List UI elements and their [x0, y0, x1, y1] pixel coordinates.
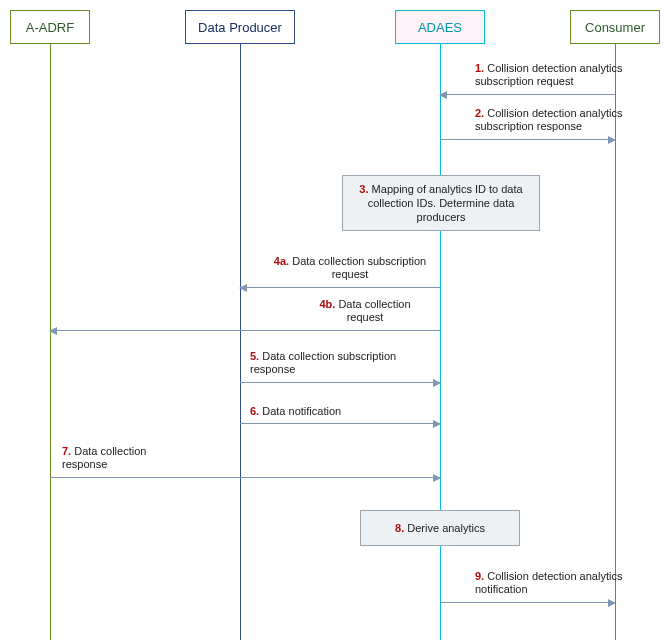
arrow-right-icon	[608, 599, 616, 607]
arrow-right-icon	[433, 420, 441, 428]
lifeline-a-adrf	[50, 44, 51, 640]
actor-a-adrf: A-ADRF	[10, 10, 90, 44]
note-3: 3. Mapping of analytics ID to data colle…	[342, 175, 540, 231]
arrow-left-icon	[49, 327, 57, 335]
actor-data-producer: Data Producer	[185, 10, 295, 44]
actor-adaes-label: ADAES	[418, 20, 462, 35]
msg-6-arrow	[240, 423, 440, 425]
msg-6-label: 6. Data notification	[250, 405, 341, 418]
msg-1-arrow	[440, 94, 615, 96]
msg-4a-arrow	[240, 287, 440, 289]
actor-data-producer-label: Data Producer	[198, 20, 282, 35]
msg-9-arrow	[440, 602, 615, 604]
msg-4b-arrow	[50, 330, 440, 332]
actor-consumer: Consumer	[570, 10, 660, 44]
msg-5-arrow	[240, 382, 440, 384]
lifeline-consumer	[615, 44, 616, 640]
actor-adaes: ADAES	[395, 10, 485, 44]
msg-2-label: 2. Collision detection analytics subscri…	[475, 107, 640, 133]
msg-9-label: 9. Collision detection analytics notific…	[475, 570, 635, 596]
msg-1-label: 1. Collision detection analytics subscri…	[475, 62, 635, 88]
msg-5-label: 5. Data collection subscription response	[250, 350, 430, 376]
arrow-right-icon	[433, 474, 441, 482]
arrow-right-icon	[608, 136, 616, 144]
msg-2-arrow	[440, 139, 615, 141]
arrow-right-icon	[433, 379, 441, 387]
arrow-left-icon	[239, 284, 247, 292]
sequence-diagram: A-ADRF Data Producer ADAES Consumer 1. C…	[0, 0, 664, 640]
msg-4b-label: 4b. Data collection request	[300, 298, 430, 324]
msg-7-arrow	[50, 477, 440, 479]
actor-a-adrf-label: A-ADRF	[26, 20, 74, 35]
lifeline-adaes	[440, 44, 441, 640]
msg-4a-label: 4a. Data collection subscription request	[270, 255, 430, 281]
msg-7-label: 7. Data collection response	[62, 445, 182, 471]
note-8: 8. Derive analytics	[360, 510, 520, 546]
actor-consumer-label: Consumer	[585, 20, 645, 35]
lifeline-data-producer	[240, 44, 241, 640]
arrow-left-icon	[439, 91, 447, 99]
